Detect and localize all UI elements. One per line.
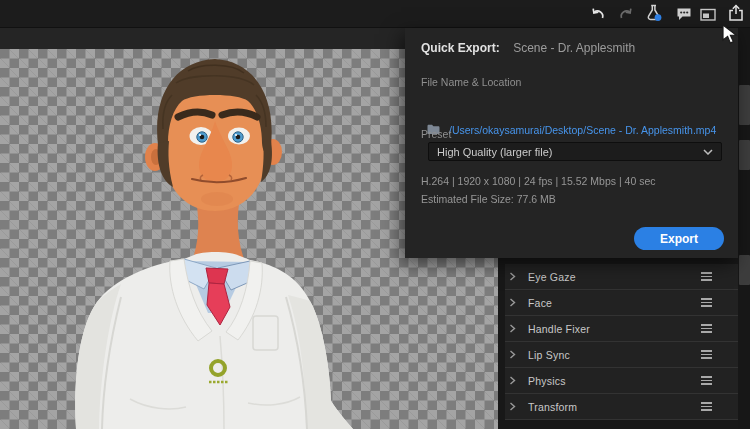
top-toolbar [0, 0, 750, 28]
cursor-pointer [722, 24, 738, 49]
scene-name: Scene - Dr. Applesmith [513, 41, 635, 55]
file-location-label: File Name & Location [421, 76, 521, 88]
redo-icon[interactable] [617, 5, 635, 23]
preset-dropdown[interactable]: High Quality (larger file) [428, 142, 722, 161]
chevron-right-icon[interactable] [509, 272, 521, 281]
feedback-bubble-icon[interactable] [675, 5, 693, 23]
menu-icon[interactable] [701, 324, 712, 334]
file-path-link[interactable]: /Users/okaysamurai/Desktop/Scene - Dr. A… [449, 124, 716, 136]
behavior-row-face[interactable]: Face [505, 290, 738, 316]
behavior-label: Transform [528, 401, 577, 413]
scrollbar-thumb[interactable] [739, 255, 750, 285]
file-path-row: /Users/okaysamurai/Desktop/Scene - Dr. A… [427, 121, 716, 139]
lab-flask-icon[interactable] [645, 4, 663, 22]
picture-in-picture-icon[interactable] [699, 6, 717, 24]
behavior-row-transform[interactable]: Transform [505, 394, 738, 420]
estimated-file-size: Estimated File Size: 77.6 MB [421, 193, 556, 205]
behavior-label: Lip Sync [528, 349, 570, 361]
export-button[interactable]: Export [634, 227, 724, 250]
chevron-right-icon[interactable] [509, 376, 521, 385]
chevron-right-icon[interactable] [509, 298, 521, 307]
behavior-row-physics[interactable]: Physics [505, 368, 738, 394]
preset-value: High Quality (larger file) [437, 146, 703, 158]
behavior-row-lip-sync[interactable]: Lip Sync [505, 342, 738, 368]
right-panel-edge [738, 28, 750, 429]
scrollbar-thumb[interactable] [739, 85, 750, 125]
behaviors-panel: Eye Gaze Face Handle Fixer Lip Sync [498, 258, 738, 429]
chevron-right-icon[interactable] [509, 402, 521, 411]
menu-icon[interactable] [701, 298, 712, 308]
scrollbar-thumb[interactable] [739, 140, 750, 170]
preset-label: Preset [421, 128, 451, 140]
app-window: Eye Gaze Face Handle Fixer Lip Sync [0, 0, 750, 429]
chevron-down-icon [703, 149, 713, 155]
behavior-label: Face [528, 297, 552, 309]
behavior-label: Eye Gaze [528, 271, 576, 283]
menu-icon[interactable] [701, 350, 712, 360]
quick-export-popup: Quick Export: Scene - Dr. Applesmith Fil… [405, 28, 738, 258]
behavior-label: Physics [528, 375, 566, 387]
behavior-label: Handle Fixer [528, 323, 590, 335]
menu-icon[interactable] [701, 402, 712, 412]
chevron-right-icon[interactable] [509, 350, 521, 359]
share-export-icon[interactable] [727, 4, 745, 22]
menu-icon[interactable] [701, 272, 712, 282]
format-summary: H.264 | 1920 x 1080 | 24 fps | 15.52 Mbp… [421, 175, 655, 187]
menu-icon[interactable] [701, 376, 712, 386]
chevron-right-icon[interactable] [509, 324, 521, 333]
popup-title: Quick Export: [421, 41, 500, 55]
behavior-row-handle-fixer[interactable]: Handle Fixer [505, 316, 738, 342]
undo-icon[interactable] [589, 5, 607, 23]
behavior-row-eye-gaze[interactable]: Eye Gaze [505, 264, 738, 290]
quick-export-header: Quick Export: Scene - Dr. Applesmith [421, 38, 635, 56]
